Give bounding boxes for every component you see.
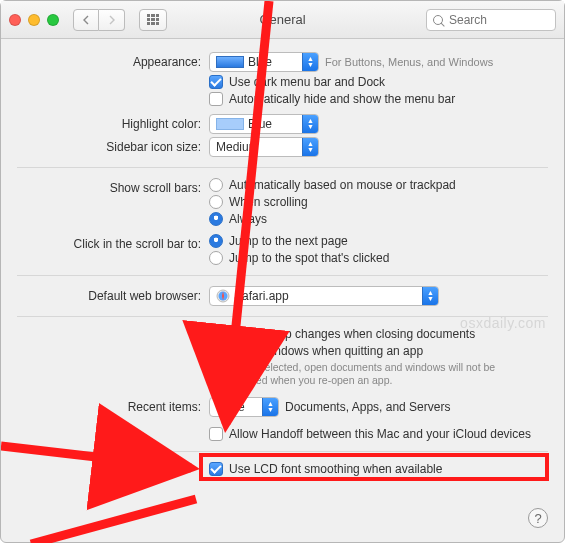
browser-label: Default web browser: (17, 286, 209, 303)
divider (17, 275, 548, 276)
forward-button[interactable] (99, 9, 125, 31)
close-windows-note: When selected, open documents and window… (229, 361, 529, 387)
safari-icon (216, 289, 230, 303)
clickbar-next-radio[interactable] (209, 234, 223, 248)
sidebar-size-value: Medium (216, 140, 281, 154)
divider (17, 316, 548, 317)
divider (17, 167, 548, 168)
clickbar-spot-row[interactable]: Jump to the spot that's clicked (209, 251, 548, 265)
back-button[interactable] (73, 9, 99, 31)
browser-select[interactable]: Safari.app ▲▼ (209, 286, 439, 306)
dark-menu-row[interactable]: Use dark menu bar and Dock (209, 75, 548, 89)
handoff-row[interactable]: Allow Handoff between this Mac and your … (209, 427, 548, 441)
grid-icon (147, 14, 159, 26)
search-icon (433, 15, 443, 25)
scrollbars-always-row[interactable]: Always (209, 212, 548, 226)
chevron-left-icon (82, 15, 90, 25)
ask-keep-checkbox[interactable] (209, 327, 223, 341)
updown-icon: ▲▼ (302, 115, 318, 133)
close-windows-row[interactable]: Close windows when quitting an app (209, 344, 548, 358)
search-field-wrap[interactable] (426, 9, 556, 31)
updown-icon: ▲▼ (302, 138, 318, 156)
lcd-checkbox[interactable] (209, 462, 223, 476)
clickbar-spot-radio[interactable] (209, 251, 223, 265)
highlight-select[interactable]: Blue ▲▼ (209, 114, 319, 134)
scrollbars-when-row[interactable]: When scrolling (209, 195, 548, 209)
scrollbars-always-label: Always (229, 212, 267, 226)
close-windows-checkbox[interactable] (209, 344, 223, 358)
help-button[interactable]: ? (528, 508, 548, 528)
appearance-select[interactable]: Blue ▲▼ (209, 52, 319, 72)
autohide-menu-label: Automatically hide and show the menu bar (229, 92, 455, 106)
recent-label: Recent items: (17, 397, 209, 414)
appearance-value: Blue (248, 55, 294, 69)
show-all-button[interactable] (139, 9, 167, 31)
scrollbars-always-radio[interactable] (209, 212, 223, 226)
recent-suffix: Documents, Apps, and Servers (285, 400, 450, 414)
ask-keep-label: Ask to keep changes when closing documen… (229, 327, 475, 341)
preferences-window: General Appearance: Blue ▲▼ For Buttons,… (0, 0, 565, 543)
scrollbars-auto-label: Automatically based on mouse or trackpad (229, 178, 456, 192)
titlebar: General (1, 1, 564, 39)
scrollbars-auto-row[interactable]: Automatically based on mouse or trackpad (209, 178, 548, 192)
clickbar-spot-label: Jump to the spot that's clicked (229, 251, 389, 265)
recent-value: None (216, 400, 267, 414)
clickbar-label: Click in the scroll bar to: (17, 234, 209, 251)
search-input[interactable] (447, 12, 549, 28)
appearance-swatch-icon (216, 56, 244, 68)
scrollbars-when-label: When scrolling (229, 195, 308, 209)
lcd-row[interactable]: Use LCD font smoothing when available (209, 462, 548, 476)
clickbar-next-row[interactable]: Jump to the next page (209, 234, 548, 248)
sidebar-size-select[interactable]: Medium ▲▼ (209, 137, 319, 157)
traffic-lights (9, 14, 59, 26)
recent-select[interactable]: None ▲▼ (209, 397, 279, 417)
clickbar-next-label: Jump to the next page (229, 234, 348, 248)
updown-icon: ▲▼ (422, 287, 438, 305)
appearance-hint: For Buttons, Menus, and Windows (325, 56, 493, 68)
dark-menu-label: Use dark menu bar and Dock (229, 75, 385, 89)
highlight-label: Highlight color: (17, 114, 209, 131)
scrollbars-label: Show scroll bars: (17, 178, 209, 195)
dark-menu-checkbox[interactable] (209, 75, 223, 89)
close-window-button[interactable] (9, 14, 21, 26)
zoom-window-button[interactable] (47, 14, 59, 26)
question-icon: ? (534, 511, 541, 526)
highlight-swatch-icon (216, 118, 244, 130)
close-windows-label: Close windows when quitting an app (229, 344, 423, 358)
handoff-checkbox[interactable] (209, 427, 223, 441)
lcd-label: Use LCD font smoothing when available (229, 462, 442, 476)
appearance-label: Appearance: (17, 52, 209, 69)
highlight-value: Blue (248, 117, 294, 131)
sidebar-size-label: Sidebar icon size: (17, 137, 209, 154)
autohide-menu-row[interactable]: Automatically hide and show the menu bar (209, 92, 548, 106)
chevron-right-icon (108, 15, 116, 25)
nav-buttons (73, 9, 125, 31)
updown-icon: ▲▼ (262, 398, 278, 416)
ask-keep-row[interactable]: Ask to keep changes when closing documen… (209, 327, 548, 341)
minimize-window-button[interactable] (28, 14, 40, 26)
svg-line-4 (31, 499, 196, 543)
scrollbars-when-radio[interactable] (209, 195, 223, 209)
content-area: Appearance: Blue ▲▼ For Buttons, Menus, … (1, 39, 564, 495)
divider (17, 451, 548, 452)
handoff-label: Allow Handoff between this Mac and your … (229, 427, 531, 441)
autohide-menu-checkbox[interactable] (209, 92, 223, 106)
browser-value: Safari.app (234, 289, 311, 303)
scrollbars-auto-radio[interactable] (209, 178, 223, 192)
updown-icon: ▲▼ (302, 53, 318, 71)
